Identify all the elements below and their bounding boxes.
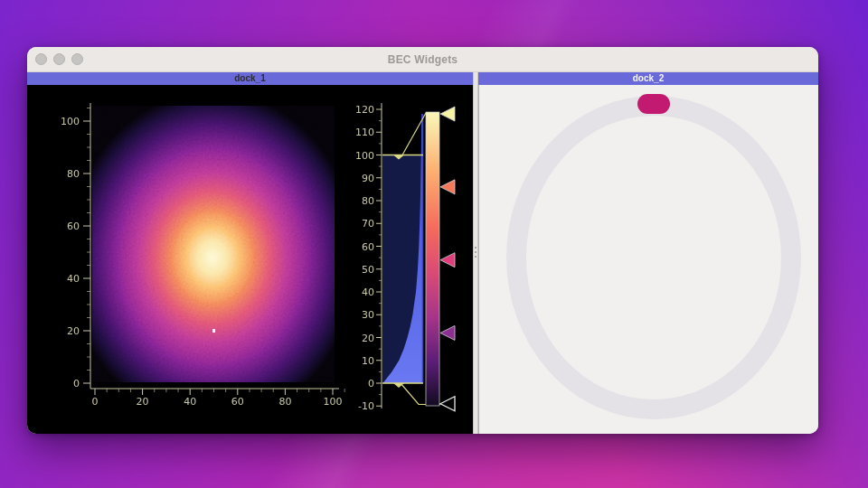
gradient-tick-marker[interactable] [440, 107, 455, 121]
histogram-lut-widget[interactable]: -100102030405060708090100110120 [355, 103, 455, 412]
lut-tick-label: 120 [355, 104, 374, 116]
image-plot-svg: 020406080100020406080100-100102030405060… [27, 85, 473, 434]
lut-tick-label: 100 [355, 150, 374, 162]
lut-tick-label: 30 [362, 309, 374, 321]
gradient-tick-marker[interactable] [440, 325, 455, 340]
y-tick-label: 100 [61, 116, 80, 127]
crosshair-marker [212, 329, 215, 333]
spinner-track [516, 106, 791, 409]
lut-tick-label: 0 [368, 378, 374, 389]
main-window: BEC Widgets dock_1 020406080100020406080… [27, 47, 818, 434]
lut-tick-label: 80 [362, 195, 374, 207]
lut-tick-label: 10 [362, 355, 374, 367]
y-tick-label: 0 [73, 378, 80, 389]
gradient-tick-marker[interactable] [440, 253, 455, 267]
x-tick-label: 0 [92, 396, 99, 408]
lut-tick-label: 20 [362, 333, 374, 344]
lut-tick-label: 90 [362, 173, 374, 184]
y-tick-label: 60 [67, 221, 80, 232]
dock-1-titlebar[interactable]: dock_1 [27, 72, 473, 85]
lut-tick-label: 50 [362, 264, 374, 276]
dock-1: dock_1 020406080100020406080100-10010203… [27, 72, 473, 434]
heatmap-image[interactable] [92, 106, 335, 382]
window-content: dock_1 020406080100020406080100-10010203… [27, 72, 818, 434]
y-tick-label: 20 [67, 325, 80, 337]
gradient-tick-marker[interactable] [440, 180, 455, 194]
y-tick-label: 80 [67, 168, 80, 180]
dock-2: dock_2 [478, 72, 818, 434]
image-plot-area[interactable]: 020406080100020406080100-100102030405060… [27, 85, 473, 434]
lut-tick-label: 40 [362, 286, 374, 298]
y-tick-label: 40 [67, 273, 80, 285]
x-tick-label: 60 [231, 396, 244, 408]
lut-tick-label: 110 [355, 127, 374, 138]
window-title: BEC Widgets [27, 53, 818, 66]
spinner-indicator [637, 94, 670, 114]
lut-tick-label: 60 [362, 241, 374, 253]
x-tick-label: 100 [324, 396, 343, 408]
x-tick-label: 40 [184, 396, 196, 408]
x-tick-label: 20 [137, 396, 149, 408]
gradient-tick-marker[interactable] [440, 397, 455, 411]
lut-tick-label: -10 [358, 400, 374, 412]
colorbar-gradient[interactable] [426, 112, 439, 406]
spinner-area [478, 85, 818, 434]
ring-spinner [479, 85, 818, 434]
window-titlebar[interactable]: BEC Widgets [27, 47, 818, 72]
dock-2-titlebar[interactable]: dock_2 [478, 72, 818, 85]
lut-tick-label: 70 [362, 218, 374, 230]
x-tick-label: 80 [278, 396, 291, 408]
